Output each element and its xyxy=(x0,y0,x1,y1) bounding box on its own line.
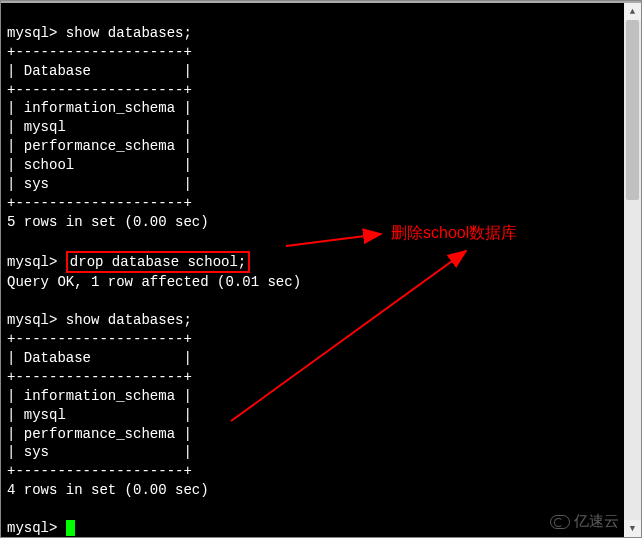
table-header: | Database | xyxy=(7,63,192,79)
annotation-text: 删除school数据库 xyxy=(391,224,517,241)
table-row: | performance_schema | xyxy=(7,138,192,154)
mysql-prompt: mysql> xyxy=(7,25,57,41)
mysql-prompt: mysql> xyxy=(7,520,57,536)
scrollbar-thumb[interactable] xyxy=(626,20,639,200)
command-text: drop database school; xyxy=(70,254,246,270)
scrollbar[interactable]: ▲ ▼ xyxy=(624,3,641,537)
table-row: | sys | xyxy=(7,176,192,192)
mysql-prompt: mysql> xyxy=(7,254,57,270)
table-border: +--------------------+ xyxy=(7,369,192,385)
watermark-text: 亿速云 xyxy=(574,512,619,531)
watermark: 亿速云 xyxy=(550,512,619,531)
scroll-down-button[interactable]: ▼ xyxy=(624,520,641,537)
terminal-output: mysql> show databases; +----------------… xyxy=(1,1,641,538)
table-border: +--------------------+ xyxy=(7,44,192,60)
mysql-prompt: mysql> xyxy=(7,312,57,328)
table-row: | performance_schema | xyxy=(7,426,192,442)
cmd-line: mysql> show databases; xyxy=(7,312,192,328)
cmd-line[interactable]: mysql> xyxy=(7,520,75,536)
watermark-icon xyxy=(550,515,570,529)
table-border: +--------------------+ xyxy=(7,82,192,98)
cmd-line: mysql> drop database school; xyxy=(7,254,250,270)
highlighted-command: drop database school; xyxy=(66,251,250,274)
command-text: show databases; xyxy=(66,312,192,328)
table-border: +--------------------+ xyxy=(7,331,192,347)
table-row: | mysql | xyxy=(7,407,192,423)
table-row: | information_schema | xyxy=(7,388,192,404)
table-border: +--------------------+ xyxy=(7,195,192,211)
scrollbar-track[interactable] xyxy=(624,20,641,520)
result-footer: 5 rows in set (0.00 sec) xyxy=(7,214,209,230)
query-result: Query OK, 1 row affected (0.01 sec) xyxy=(7,274,301,290)
window-frame xyxy=(1,1,641,3)
table-row: | mysql | xyxy=(7,119,192,135)
result-footer: 4 rows in set (0.00 sec) xyxy=(7,482,209,498)
cmd-line: mysql> show databases; xyxy=(7,25,192,41)
scroll-up-button[interactable]: ▲ xyxy=(624,3,641,20)
table-border: +--------------------+ xyxy=(7,463,192,479)
table-row: | sys | xyxy=(7,444,192,460)
cursor xyxy=(66,520,75,536)
command-text: show databases; xyxy=(66,25,192,41)
table-row: | school | xyxy=(7,157,192,173)
table-row: | information_schema | xyxy=(7,100,192,116)
table-header: | Database | xyxy=(7,350,192,366)
annotation-label: 删除school数据库 xyxy=(391,223,517,244)
